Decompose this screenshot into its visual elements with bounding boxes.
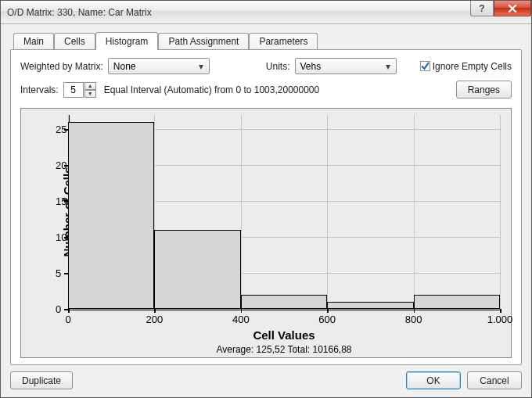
units-label: Units: [266, 61, 290, 72]
checkbox-box [420, 61, 430, 71]
histogram-bar [68, 122, 154, 309]
button-label: Cancel [480, 375, 509, 386]
tab-label: Main [23, 36, 44, 47]
close-button[interactable] [494, 1, 531, 16]
chevron-down-icon: ▾ [382, 61, 394, 72]
duplicate-button[interactable]: Duplicate [10, 371, 73, 389]
close-icon [508, 4, 517, 13]
tab-label: Parameters [259, 36, 307, 47]
ignore-empty-checkbox[interactable]: Ignore Empty Cells [420, 61, 512, 72]
y-tick-label: 25 [56, 124, 60, 135]
dialog-window: O/D Matrix: 330, Name: Car Matrix ? Main… [0, 0, 532, 398]
y-tick-label: 10 [56, 231, 60, 243]
ranges-button[interactable]: Ranges [456, 81, 512, 99]
cancel-button[interactable]: Cancel [467, 371, 522, 389]
x-tick-label: 0 [65, 314, 70, 325]
titlebar-buttons: ? [470, 1, 531, 18]
help-button[interactable]: ? [470, 1, 494, 16]
chart-stats: Average: 125,52 Total: 10166,88 [216, 344, 351, 355]
tab-path-assignment[interactable]: Path Assignment [158, 33, 249, 49]
spinner-arrows: ▲ ▼ [84, 82, 96, 98]
x-tick-label: 600 [318, 314, 336, 325]
histogram-chart: Number of CellsCell ValuesAverage: 125,5… [20, 108, 512, 358]
spinner-down[interactable]: ▼ [84, 90, 96, 98]
button-label: Ranges [468, 84, 500, 95]
x-tick-label: 800 [405, 314, 422, 325]
intervals-desc: Equal Interval (Automatic) from 0 to 100… [104, 84, 320, 95]
x-tick-label: 200 [146, 314, 164, 325]
histogram-bar [414, 295, 500, 309]
spinner-up[interactable]: ▲ [84, 82, 96, 90]
x-tick-label: 400 [232, 314, 250, 325]
y-tick-label: 20 [56, 160, 60, 171]
tab-parameters[interactable]: Parameters [249, 33, 318, 49]
chevron-down-icon: ▾ [195, 61, 207, 72]
tabstrip: Main Cells Histogram Path Assignment Par… [13, 32, 522, 49]
intervals-spinner[interactable]: 5 ▲ ▼ [63, 82, 96, 98]
controls-row-1: Weighted by Matrix: None ▾ Units: Vehs ▾… [20, 58, 512, 74]
controls-row-2: Intervals: 5 ▲ ▼ Equal Interval (Automat… [20, 81, 512, 99]
x-axis-label: Cell Values [253, 328, 315, 342]
units-combo[interactable]: Vehs ▾ [295, 58, 397, 74]
button-label: Duplicate [22, 375, 61, 386]
ok-button[interactable]: OK [406, 371, 461, 389]
units-value: Vehs [300, 61, 322, 72]
tab-label: Path Assignment [168, 36, 239, 47]
button-label: OK [426, 375, 440, 386]
y-tick-label: 0 [56, 303, 60, 315]
tab-label: Histogram [106, 36, 149, 47]
window-title: O/D Matrix: 330, Name: Car Matrix [7, 7, 152, 18]
histogram-bar [241, 295, 327, 309]
titlebar: O/D Matrix: 330, Name: Car Matrix ? [1, 1, 531, 24]
dialog-footer: Duplicate OK Cancel [10, 365, 522, 389]
weighted-label: Weighted by Matrix: [20, 61, 103, 72]
dialog-content: Main Cells Histogram Path Assignment Par… [1, 24, 531, 397]
tab-label: Cells [64, 36, 85, 47]
tab-histogram[interactable]: Histogram [95, 32, 159, 50]
tab-main[interactable]: Main [13, 33, 54, 49]
ignore-label: Ignore Empty Cells [433, 61, 512, 72]
weighted-combo[interactable]: None ▾ [108, 58, 210, 74]
weighted-value: None [113, 61, 136, 72]
histogram-bar [154, 230, 240, 309]
histogram-bar [327, 302, 413, 309]
y-tick-label: 5 [56, 267, 60, 279]
intervals-value[interactable]: 5 [63, 82, 84, 98]
check-icon [421, 62, 430, 70]
tab-panel-histogram: Weighted by Matrix: None ▾ Units: Vehs ▾… [10, 49, 522, 365]
intervals-label: Intervals: [20, 84, 59, 95]
tab-cells[interactable]: Cells [54, 33, 95, 49]
y-tick-label: 15 [56, 195, 60, 207]
x-tick-label: 1.000 [487, 314, 513, 325]
